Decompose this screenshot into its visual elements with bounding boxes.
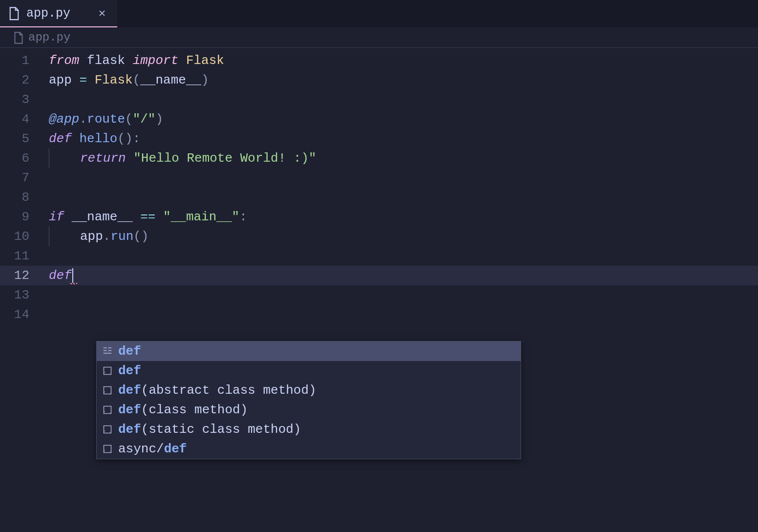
tab-bar: app.py xyxy=(0,0,758,27)
line-number: 3 xyxy=(0,92,49,107)
line-number: 6 xyxy=(0,151,49,166)
code-line: 1 from flask import Flask xyxy=(0,51,758,70)
autocomplete-label: def xyxy=(118,344,141,359)
code-line: 13 xyxy=(0,285,758,305)
line-number: 1 xyxy=(0,53,49,68)
code-line: 6 return "Hello Remote World! :)" xyxy=(0,149,758,168)
code-line: 11 xyxy=(0,246,758,266)
breadcrumb[interactable]: app.py xyxy=(14,31,70,44)
svg-rect-4 xyxy=(104,446,111,453)
snippet-icon xyxy=(102,384,113,396)
code-line: 9 if __name__ == "__main__": xyxy=(0,207,758,227)
autocomplete-label: (class method) xyxy=(141,403,248,417)
breadcrumb-bar: app.py xyxy=(0,27,758,48)
error-squiggle xyxy=(70,283,77,284)
code-line-current: 12 def xyxy=(0,266,758,285)
line-number: 10 xyxy=(0,229,49,244)
autocomplete-item[interactable]: def xyxy=(97,341,521,361)
code-line: 2 app = Flask(__name__) xyxy=(0,70,758,90)
snippet-icon xyxy=(102,443,113,455)
autocomplete-popup: def def def(abstract class method) xyxy=(96,341,521,459)
autocomplete-item[interactable]: def xyxy=(97,361,521,381)
svg-rect-0 xyxy=(104,367,111,375)
keyword-icon xyxy=(102,345,113,357)
code-editor[interactable]: 1 from flask import Flask 2 app = Flask(… xyxy=(0,48,758,324)
snippet-icon xyxy=(102,365,113,377)
svg-rect-1 xyxy=(104,387,111,394)
svg-rect-3 xyxy=(104,426,111,433)
line-number: 12 xyxy=(0,268,49,283)
code-line: 10 app.run() xyxy=(0,227,758,246)
line-number: 4 xyxy=(0,112,49,127)
editor-tab[interactable]: app.py xyxy=(0,0,117,27)
close-icon[interactable] xyxy=(96,7,108,20)
code-line: 7 xyxy=(0,168,758,188)
tab-title: app.py xyxy=(26,6,87,21)
line-number: 13 xyxy=(0,288,49,302)
line-number: 9 xyxy=(0,210,49,224)
line-number: 11 xyxy=(0,249,49,263)
line-number: 7 xyxy=(0,170,49,185)
code-line: 3 xyxy=(0,90,758,109)
snippet-icon xyxy=(102,424,113,435)
breadcrumb-file: app.py xyxy=(28,31,70,44)
file-icon xyxy=(14,32,23,43)
code-line: 14 xyxy=(0,305,758,324)
autocomplete-label: def xyxy=(118,363,141,378)
autocomplete-item[interactable]: def(class method) xyxy=(97,400,521,420)
autocomplete-label: (static class method) xyxy=(141,422,301,437)
code-line: 4 @app.route("/") xyxy=(0,109,758,129)
file-icon xyxy=(9,7,20,20)
svg-rect-2 xyxy=(104,406,111,414)
line-number: 2 xyxy=(0,73,49,87)
autocomplete-item[interactable]: def(static class method) xyxy=(97,420,521,439)
autocomplete-item[interactable]: async/def xyxy=(97,439,521,459)
autocomplete-label: def xyxy=(164,442,187,456)
autocomplete-label: (abstract class method) xyxy=(141,383,316,398)
text-cursor xyxy=(72,268,73,283)
code-line: 5 def hello(): xyxy=(0,129,758,149)
snippet-icon xyxy=(102,404,113,416)
line-number: 5 xyxy=(0,131,49,146)
line-number: 8 xyxy=(0,190,49,205)
line-number: 14 xyxy=(0,307,49,322)
autocomplete-item[interactable]: def(abstract class method) xyxy=(97,381,521,400)
code-line: 8 xyxy=(0,188,758,207)
